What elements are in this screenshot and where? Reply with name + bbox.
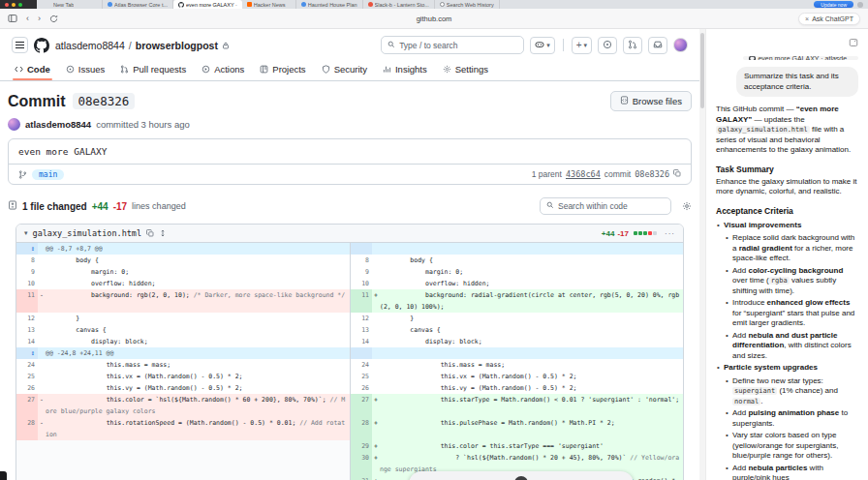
line-number[interactable] (16, 475, 38, 480)
nav-tab-security[interactable]: Security (315, 64, 374, 80)
line-number[interactable]: 13 (351, 324, 372, 336)
copy-icon[interactable] (673, 169, 681, 179)
scrollbar-thumb[interactable] (700, 33, 704, 108)
line-number[interactable]: 24 (16, 359, 38, 371)
profile-icon[interactable] (857, 2, 863, 8)
line-number[interactable]: 31 (351, 475, 372, 480)
tab-even-more-galaxy[interactable]: even more GALAXY · (173, 0, 242, 9)
tab-hacker-news[interactable]: Hacker News (242, 0, 296, 9)
context-chip[interactable]: even more GALAXY · atlasde... (743, 56, 858, 60)
browse-files-button[interactable]: Browse files (610, 91, 692, 111)
tab-atlas-browser-core-t[interactable]: Atlas Browser Core t... (103, 0, 173, 9)
issues-header-button[interactable] (598, 37, 617, 54)
breadcrumb-owner[interactable]: atlasdemo8844 (55, 40, 125, 51)
file-name[interactable]: galaxy_simulation.html (33, 228, 142, 238)
address-bar[interactable]: github.com (0, 15, 868, 23)
line-number[interactable]: 8 (16, 255, 38, 266)
line-number[interactable]: 12 (351, 313, 372, 324)
line-number[interactable]: 10 (351, 278, 372, 289)
inbox-button[interactable] (648, 37, 667, 54)
update-button[interactable]: Update now (814, 1, 853, 8)
gear-icon[interactable] (682, 201, 692, 211)
scrollbar[interactable] (699, 29, 705, 480)
nav-tab-insights[interactable]: Insights (376, 64, 434, 80)
floating-dock[interactable] (409, 471, 634, 480)
kebab-menu-icon[interactable]: ··· (665, 229, 675, 238)
diff-right-ctx: 9 margin: 0; (350, 266, 683, 278)
chevron-down-icon[interactable]: ▾ (24, 229, 28, 237)
create-new-button[interactable]: +▾ (572, 37, 592, 54)
zoom-window-icon[interactable] (18, 3, 22, 7)
expand-diff-icon[interactable] (159, 229, 167, 237)
nav-tab-actions[interactable]: Actions (195, 64, 251, 80)
close-icon[interactable]: × (805, 15, 809, 22)
line-number[interactable] (16, 452, 38, 475)
line-number[interactable]: 11 (16, 289, 38, 313)
close-window-icon[interactable] (5, 3, 9, 7)
parent-hash-link[interactable]: 4368c64 (566, 169, 601, 179)
github-search-input[interactable]: Type / to search (381, 36, 524, 54)
actions-icon (202, 65, 210, 74)
line-number[interactable]: 28 (351, 417, 372, 440)
line-number[interactable]: 14 (351, 336, 372, 347)
ask-chatgpt-chip[interactable]: × Ask ChatGPT (798, 13, 860, 25)
new-chat-icon[interactable] (849, 34, 858, 51)
diff-row: 8 body {8 body { (16, 255, 683, 266)
diff-row: 9 margin: 0;9 margin: 0; (16, 266, 683, 278)
tab-slack-b-lantern-sto[interactable]: Slack-b - Lantern Sto... (363, 0, 435, 9)
line-number[interactable]: 27 (351, 394, 372, 417)
breadcrumb-separator: / (129, 40, 132, 51)
line-number[interactable]: 10 (16, 278, 38, 289)
line-number[interactable]: 28 (16, 417, 38, 440)
line-number[interactable]: 12 (16, 313, 38, 324)
line-number[interactable]: 27 (16, 394, 38, 417)
tab-search-web-history[interactable]: Search Web History (435, 0, 500, 9)
line-number[interactable]: 26 (16, 382, 38, 394)
line-number[interactable]: 8 (351, 255, 372, 266)
sidebar-toggle-icon[interactable] (8, 14, 17, 23)
line-number[interactable] (351, 347, 372, 359)
nav-tab-projects[interactable]: Projects (253, 64, 312, 80)
copy-icon[interactable] (146, 229, 154, 237)
line-number[interactable]: 9 (16, 266, 38, 278)
author-name[interactable]: atlasdemo8844 (25, 119, 91, 130)
nav-tab-settings[interactable]: Settings (436, 64, 495, 80)
line-number[interactable]: 30 (351, 452, 372, 475)
diff-row: 11- background: rgb(2, 0, 10); /* Darker… (16, 289, 683, 313)
back-icon[interactable]: ‹ (26, 15, 29, 23)
copilot-button[interactable]: ▾ (530, 37, 555, 54)
line-number[interactable] (16, 440, 38, 452)
nav-tab-pull-requests[interactable]: Pull requests (113, 64, 193, 80)
author-avatar[interactable] (8, 118, 20, 131)
dock-circle-icon[interactable] (514, 476, 528, 480)
tab-new-tab[interactable]: New Tab (48, 0, 103, 9)
hamburger-menu-icon[interactable] (12, 37, 28, 53)
avatar[interactable] (673, 38, 688, 52)
diff-sign: + (372, 417, 380, 440)
forward-icon[interactable]: › (38, 15, 41, 23)
line-number[interactable]: 11 (351, 289, 372, 313)
tab-label: even more GALAXY · (186, 2, 237, 8)
nav-tab-issues[interactable]: Issues (59, 64, 111, 80)
line-number[interactable]: ↕ (16, 347, 38, 359)
line-number[interactable]: 9 (351, 266, 372, 278)
window-controls[interactable] (0, 0, 37, 9)
line-number[interactable] (351, 243, 372, 255)
line-number[interactable]: 29 (351, 440, 372, 452)
search-within-code-input[interactable]: Search within code (540, 197, 671, 215)
line-number[interactable]: 24 (351, 359, 372, 371)
pull-requests-header-button[interactable] (623, 37, 642, 54)
line-number[interactable]: 13 (16, 324, 38, 336)
reload-icon[interactable] (49, 15, 58, 23)
minimize-window-icon[interactable] (12, 3, 16, 7)
line-number[interactable]: 25 (351, 371, 372, 382)
breadcrumb-repo[interactable]: browserblogpost (136, 40, 218, 51)
tab-haunted-house-plan[interactable]: Haunted House Plan (296, 0, 363, 9)
branch-badge[interactable]: main (32, 169, 64, 180)
line-number[interactable]: ↕ (16, 243, 38, 255)
github-logo-icon[interactable] (34, 38, 49, 53)
nav-tab-code[interactable]: Code (8, 64, 57, 80)
line-number[interactable]: 26 (351, 382, 372, 394)
line-number[interactable]: 25 (16, 371, 38, 382)
line-number[interactable]: 14 (16, 336, 38, 347)
